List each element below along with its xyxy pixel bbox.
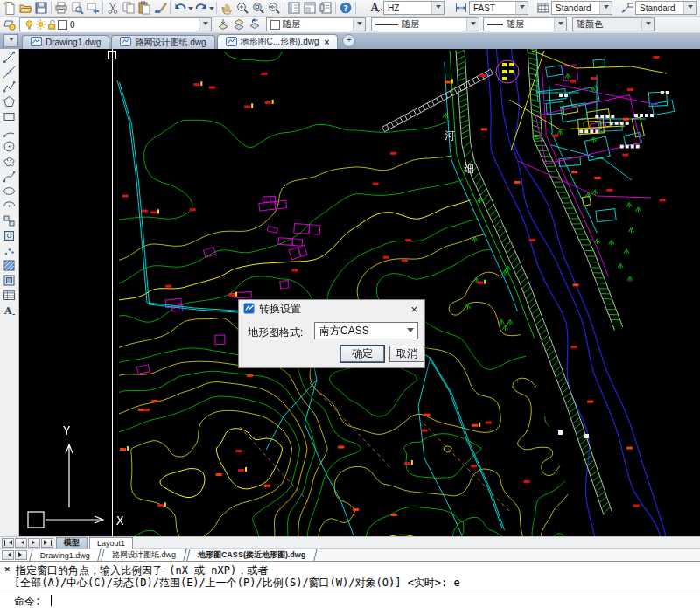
command-panel: × 指定窗口的角点，输入比例因子 (nX 或 nXP)，或者 [全部(A)/中心… [0, 561, 700, 608]
draw-polyline-button[interactable] [2, 80, 18, 94]
svg-text:?: ? [343, 3, 348, 13]
design-center-button[interactable] [302, 1, 318, 16]
mleader-style-icon [620, 1, 635, 16]
doc-tab-roadnet[interactable]: 路网设计图纸.dwg [111, 35, 214, 49]
redo-button[interactable] [193, 1, 209, 16]
draw-ellipse-arc-button[interactable] [2, 199, 18, 213]
text-style-combo[interactable]: HZ [383, 1, 444, 15]
draw-rectangle-button[interactable] [2, 109, 18, 124]
doc-tab-drawing1[interactable]: Drawing1.dwg [22, 35, 109, 49]
doc-tab-label: 地形图C...形图).dwg [241, 36, 319, 48]
draw-ellipse-button[interactable] [2, 184, 18, 199]
drawing-canvas[interactable] [19, 49, 700, 536]
ok-button[interactable]: 确定 [340, 346, 384, 362]
file-tab-drawing1[interactable]: Drawing1.dwg [29, 549, 102, 561]
zoom-realtime-button[interactable] [234, 1, 250, 16]
dwg-file-icon [31, 37, 42, 48]
draw-make-block-button[interactable] [2, 228, 18, 243]
draw-spline-button[interactable] [2, 169, 18, 184]
match-properties-button[interactable] [152, 1, 168, 16]
layout-tab-bar: 模型 Layout1 [0, 536, 700, 548]
doc-tab-topomap[interactable]: 地形图C...形图).dwg × [217, 34, 339, 49]
file-tab-bar: Drawing1.dwg 路网设计图纸.dwg 地形图CASS(接近地形图).d… [0, 548, 700, 561]
next-layout-button[interactable] [28, 538, 40, 548]
draw-table-button[interactable] [2, 288, 18, 303]
draw-construction-line-button[interactable] [2, 65, 18, 80]
open-button[interactable] [18, 1, 33, 16]
table-style-combo[interactable]: Standard [551, 1, 612, 15]
layer-combo[interactable]: 0 [19, 17, 212, 31]
draw-hatch-button[interactable] [2, 258, 18, 273]
chevron-down-icon[interactable] [209, 7, 214, 13]
pan-button[interactable] [219, 1, 234, 16]
draw-revision-cloud-button[interactable] [2, 154, 18, 169]
toolbar-separator [170, 2, 171, 14]
plot-style-combo[interactable]: 随颜色 [572, 17, 654, 31]
last-layout-button[interactable] [41, 538, 53, 548]
draw-gradient-button[interactable] [2, 273, 18, 288]
make-layer-current-button[interactable] [215, 17, 231, 32]
file-tab-topomap[interactable]: 地形图CASS(接近地形图).dwg [186, 549, 317, 561]
zoom-previous-button[interactable] [266, 1, 282, 16]
prev-layout-button[interactable] [15, 538, 27, 548]
prev-file-button[interactable] [2, 550, 14, 560]
chevron-down-icon [515, 2, 528, 14]
linetype-combo[interactable]: 随层 [371, 17, 480, 31]
command-caret[interactable] [51, 595, 52, 606]
drawing-area: A 转换设置 × 地形图格式: 南方CASS 确定 取消 [0, 49, 700, 536]
color-combo[interactable]: 随层 [266, 17, 366, 31]
new-tab-button[interactable]: + [342, 34, 355, 47]
close-icon[interactable]: × [4, 563, 10, 575]
draw-point-button[interactable] [2, 243, 18, 258]
layer-unlock-icon [46, 17, 58, 32]
document-tab-bar: Drawing1.dwg 路网设计图纸.dwg 地形图C...形图).dwg ×… [0, 33, 700, 49]
help-button[interactable]: ? [338, 1, 354, 16]
cancel-button[interactable]: 取消 [389, 346, 424, 362]
save-button[interactable] [33, 1, 49, 16]
layer-previous-button[interactable] [247, 17, 262, 32]
toolbar-separator [102, 2, 103, 14]
undo-button[interactable] [172, 1, 188, 16]
draw-arc-button[interactable] [2, 124, 18, 139]
file-tab-roadnet[interactable]: 路网设计图纸.dwg [101, 549, 187, 561]
format-select[interactable]: 南方CASS [314, 322, 418, 339]
plot-button[interactable] [53, 1, 69, 16]
paste-button[interactable] [136, 1, 152, 16]
first-layout-button[interactable] [2, 538, 14, 548]
layers-properties-toolbar: 0 随层 随层 随层 随颜色 [0, 17, 700, 33]
chevron-down-icon [683, 2, 696, 14]
tool-palettes-button[interactable] [318, 1, 333, 16]
command-history-line2: [全部(A)/中心(C)/动态(D)/范围(E)/上一个(P)/比例(S)/窗口… [14, 576, 460, 591]
zoom-window-button[interactable] [250, 1, 266, 16]
dialog-close-button[interactable]: × [408, 303, 420, 316]
draw-polygon-button[interactable] [2, 94, 18, 109]
model-tab[interactable]: 模型 [56, 537, 88, 549]
layer-properties-button[interactable] [2, 17, 18, 32]
standard-toolbar-buttons: ? [2, 1, 358, 16]
draw-mtext-button[interactable]: A [2, 303, 18, 318]
chevron-down-icon [431, 2, 444, 14]
new-file-button[interactable] [2, 1, 18, 16]
draw-circle-button[interactable] [2, 139, 18, 154]
layer-on-icon [24, 17, 35, 32]
properties-palette-button[interactable] [286, 1, 302, 16]
draw-insert-block-button[interactable] [2, 213, 18, 228]
layer-match-button[interactable] [231, 17, 247, 32]
mleader-style-combo[interactable]: Standard [635, 1, 696, 15]
plot-preview-button[interactable] [69, 1, 85, 16]
layout1-tab[interactable]: Layout1 [89, 537, 133, 549]
lineweight-combo[interactable]: 随层 [483, 17, 567, 31]
dim-style-combo[interactable]: FAST [469, 1, 528, 15]
chevron-down-icon [466, 18, 479, 31]
dialog-titlebar[interactable]: 转换设置 × [239, 300, 424, 318]
draw-line-button[interactable] [2, 50, 18, 65]
next-file-button[interactable] [15, 550, 27, 560]
format-label: 地形图格式: [248, 325, 303, 340]
copy-button[interactable] [121, 1, 136, 16]
cut-button[interactable] [105, 1, 121, 16]
linetype-sample [375, 24, 398, 25]
chevron-down-icon [554, 18, 566, 31]
tab-overflow-button[interactable] [4, 34, 18, 47]
close-icon[interactable]: × [325, 38, 330, 47]
publish-button[interactable] [85, 1, 101, 16]
